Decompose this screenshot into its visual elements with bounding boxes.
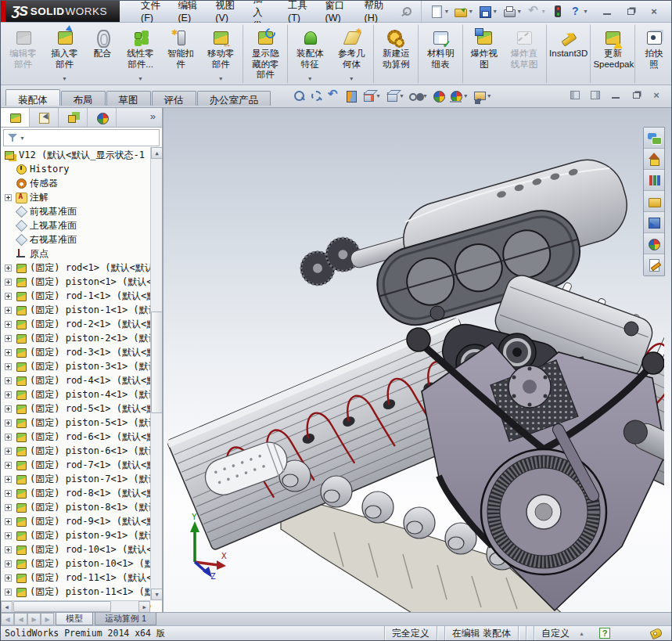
exploded-view-button[interactable]: 爆炸视图 ▼ xyxy=(465,24,504,84)
doc-restore-button[interactable] xyxy=(629,89,643,101)
tab-assembly[interactable]: 装配体 xyxy=(5,89,60,106)
expand-icon[interactable] xyxy=(5,391,12,398)
tree-item[interactable]: (固定) rod-4<1> (默认<默认_显示状态-1>) xyxy=(2,373,151,387)
close-button[interactable]: × xyxy=(645,5,663,18)
minimize-button[interactable] xyxy=(598,5,616,18)
section-view-button[interactable]: ▼ xyxy=(343,88,358,103)
expand-icon[interactable] xyxy=(5,293,12,300)
collapse-pane-left-button[interactable] xyxy=(568,89,582,101)
tree-vertical-scrollbar[interactable]: ▲ ▼ xyxy=(150,147,162,600)
tree-item[interactable]: (固定) piston-4<1> (默认<默认_显示状态-1>) xyxy=(2,387,151,402)
rebuild-icon[interactable]: ▼ xyxy=(549,4,566,19)
tree-item[interactable]: (固定) rod-6<1> (默认<默认_显示状态-1>) xyxy=(2,430,151,444)
status-custom-dropdown[interactable]: 自定义▲ xyxy=(534,626,591,640)
hide-show-items-button[interactable]: ▼ xyxy=(408,88,429,103)
expand-icon[interactable] xyxy=(5,335,12,342)
tree-item[interactable]: (固定) rod-11<1> (默认<默认_显示状态-1>) xyxy=(2,571,151,585)
tree-item[interactable]: (固定) rod-7<1> (默认<默认_显示状态-1>) xyxy=(2,458,151,472)
tree-item[interactable]: 上视基准面 xyxy=(2,218,151,232)
expand-icon[interactable] xyxy=(5,377,12,384)
last-study-button[interactable]: ▶ xyxy=(41,613,54,625)
scroll-right-icon[interactable]: ▶ xyxy=(138,601,150,612)
expand-icon[interactable] xyxy=(5,532,12,539)
previous-view-button[interactable]: ▼ xyxy=(326,88,341,103)
mate-button[interactable]: 配合 ▼ xyxy=(85,24,120,84)
expand-icon[interactable] xyxy=(5,574,12,582)
resources-home-icon[interactable] xyxy=(644,149,664,170)
edit-component-button[interactable]: 编辑零部件 ▼ xyxy=(2,24,44,84)
expand-icon[interactable] xyxy=(5,321,12,328)
print-icon[interactable]: ▼ xyxy=(501,4,523,19)
instant3d-button[interactable]: Instant3D ▼ xyxy=(548,24,591,84)
edit-appearance-button[interactable]: ▼ xyxy=(431,88,446,103)
file-explorer-icon[interactable] xyxy=(644,191,664,212)
tab-sketch[interactable]: 草图 xyxy=(106,91,151,106)
tree-item[interactable]: (固定) piston-7<1> (默认<默认_显示状态-1>) xyxy=(2,472,151,486)
expand-icon[interactable] xyxy=(5,194,12,201)
linear-pattern-button[interactable]: 线性零部件... ▼ xyxy=(120,24,161,84)
design-library-icon[interactable] xyxy=(644,170,664,191)
expand-icon[interactable] xyxy=(5,518,12,525)
scrollbar-thumb[interactable] xyxy=(151,311,162,413)
tab-office-products[interactable]: 办公室产品 xyxy=(197,91,271,106)
tree-item[interactable]: (固定) piston-3<1> (默认<默认_显示状态-1>) xyxy=(2,359,151,373)
tree-item[interactable]: 传感器 xyxy=(2,176,151,190)
property-manager-tab[interactable] xyxy=(30,108,59,127)
tree-filter[interactable]: ▼ xyxy=(3,129,160,146)
open-icon[interactable]: ▼ xyxy=(452,4,475,19)
tab-layout[interactable]: 布局 xyxy=(61,91,106,106)
assembly-features-button[interactable]: 装配体特征 ▼ xyxy=(289,24,331,84)
tree-item[interactable]: 原点 xyxy=(2,247,151,261)
tree-root-assembly[interactable]: V12 (默认<默认_显示状态-1 xyxy=(2,148,151,162)
expand-icon[interactable] xyxy=(5,589,12,596)
view-settings-button[interactable]: ▼ xyxy=(472,88,493,103)
scrollbar-thumb[interactable] xyxy=(13,601,111,612)
tree-horizontal-scrollbar[interactable]: ◀ ▶ xyxy=(1,600,150,612)
expand-icon[interactable] xyxy=(5,405,12,412)
expand-icon[interactable] xyxy=(5,363,12,370)
help-icon[interactable]: ▼ xyxy=(567,4,590,19)
collapse-pane-right-button[interactable] xyxy=(588,89,602,101)
previous-study-button[interactable]: ◀ xyxy=(14,613,27,625)
tree-item[interactable]: (固定) piston-6<1> (默认<默认_显示状态-1>) xyxy=(2,444,151,458)
tree-item[interactable]: (固定) piston-2<1> (默认<默认_显示状态-1>) xyxy=(2,331,151,345)
expand-icon[interactable] xyxy=(5,490,12,497)
explode-line-sketch-button[interactable]: 爆炸直线草图 ▼ xyxy=(503,24,546,84)
tree-item[interactable]: (固定) piston<1> (默认<默认_显示状态-1>) xyxy=(2,275,151,289)
appearances-icon[interactable] xyxy=(644,233,664,254)
undo-icon[interactable]: ▼ xyxy=(525,4,548,19)
expand-icon[interactable] xyxy=(5,560,12,567)
tab-motion-study-1[interactable]: 运动算例 1 xyxy=(95,613,156,625)
tree-item[interactable]: (固定) piston-5<1> (默认<默认_显示状态-1>) xyxy=(2,416,151,430)
filter-dropdown-icon[interactable]: ▼ xyxy=(20,135,25,141)
feature-manager-tab[interactable] xyxy=(1,108,30,127)
doc-minimize-button[interactable] xyxy=(609,89,623,101)
first-study-button[interactable]: ◀ xyxy=(1,613,14,625)
display-style-button[interactable]: ▼ xyxy=(384,88,405,103)
graphics-area[interactable]: Y X Z xyxy=(164,108,671,612)
expand-icon[interactable] xyxy=(5,448,12,455)
take-snapshot-button[interactable]: 拍快照 ▼ xyxy=(637,24,671,84)
tree-item[interactable]: (固定) rod-10<1> (默认<默认_显示状态-1>) xyxy=(2,542,151,556)
status-tag-icon[interactable] xyxy=(649,628,662,639)
tree-item[interactable]: (固定) rod-3<1> (默认<默认_显示状态-1>) xyxy=(2,345,151,359)
tree-item[interactable]: 注解 xyxy=(2,190,151,204)
tree-item[interactable]: (固定) rod<1> (默认<默认_显示状态-1>) xyxy=(2,261,151,275)
restore-button[interactable] xyxy=(621,5,640,18)
apply-scene-button[interactable]: ▼ xyxy=(448,88,469,103)
configuration-manager-tab[interactable] xyxy=(59,108,88,127)
expand-icon[interactable] xyxy=(5,462,12,469)
tree-item[interactable]: (固定) piston-11<1> (默认<默认_显示状态-1>) xyxy=(2,585,151,599)
expand-icon[interactable] xyxy=(5,476,12,483)
tree-item[interactable]: 前视基准面 xyxy=(2,204,151,218)
pushpin-icon[interactable] xyxy=(398,5,409,19)
view-orientation-button[interactable]: ▼ xyxy=(361,88,382,103)
tree-item[interactable]: (固定) rod-2<1> (默认<默认_显示状态-1>) xyxy=(2,317,151,331)
reference-geometry-button[interactable]: 参考几何体 ▼ xyxy=(331,24,374,84)
new-motion-study-button[interactable]: 新建运动算例 ▼ xyxy=(376,24,419,84)
tree-item[interactable]: (固定) rod-1<1> (默认<默认_显示状态-1>) xyxy=(2,289,151,303)
tree-item[interactable]: History xyxy=(2,162,151,176)
new-document-icon[interactable]: ▼ xyxy=(428,4,451,19)
expand-icon[interactable] xyxy=(5,307,12,314)
tab-evaluate[interactable]: 评估 xyxy=(152,91,196,106)
